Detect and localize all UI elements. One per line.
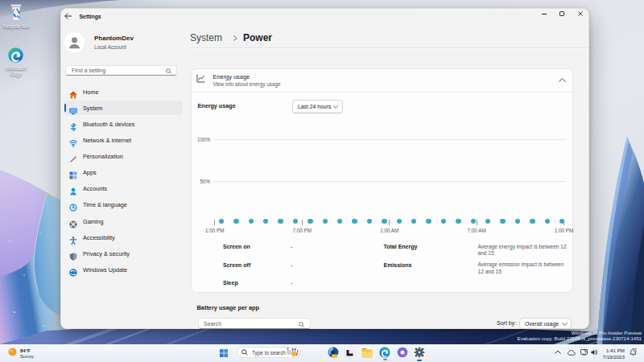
svg-text:2: 2 (634, 348, 636, 352)
